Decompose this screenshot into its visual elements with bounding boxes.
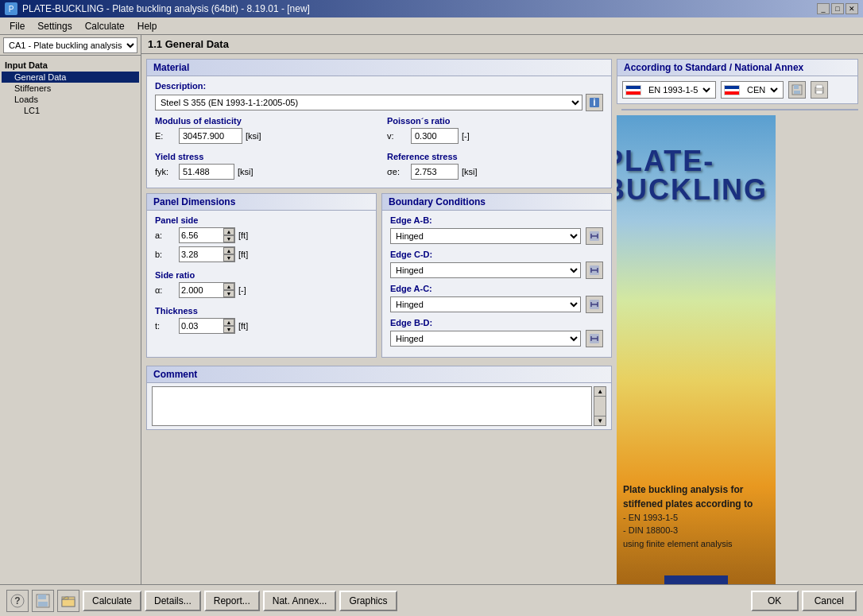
edge-cd-select[interactable]: HingedFixedFree (390, 262, 581, 278)
a-down-btn[interactable]: ▼ (223, 235, 234, 242)
comment-scrollbar[interactable]: ▲ ▼ (594, 386, 606, 426)
svg-rect-23 (816, 91, 822, 94)
annex-select[interactable]: CEN (742, 82, 780, 98)
bottom-right: OK Cancel (751, 591, 857, 611)
diagram-area: A B C D t a (621, 109, 858, 110)
toolbar-btn-1[interactable]: ? (6, 590, 29, 612)
a-label: a: (155, 231, 179, 240)
brand-description: Plate buckling analysis for stiffened pl… (623, 482, 769, 551)
modulus-label: Modulus of elasticity (155, 116, 371, 126)
nat-annex-button[interactable]: Nat. Annex... (263, 591, 337, 611)
bottom-left: ? (6, 590, 79, 612)
b-spinbox-btns: ▲ ▼ (223, 247, 234, 262)
comment-panel-header: Comment (147, 366, 611, 383)
a-spinbox[interactable]: ▲ ▼ (179, 227, 235, 243)
edge-bd-select[interactable]: HingedFixedFree (390, 331, 581, 347)
menu-calculate[interactable]: Calculate (79, 19, 131, 33)
description-icon-button[interactable]: i (586, 94, 603, 111)
svg-rect-48 (38, 595, 46, 599)
tree-item-stiffeners[interactable]: Stiffeners (2, 83, 139, 94)
description-select[interactable]: Steel S 355 (EN 1993-1-1:2005-05) (155, 95, 582, 110)
edge-ab-select[interactable]: HingedFixedFree (390, 228, 581, 244)
edge-ab-button[interactable] (586, 227, 603, 245)
svg-rect-51 (62, 599, 75, 606)
alpha-input[interactable] (180, 283, 223, 297)
yield-label: Yield stress (155, 152, 371, 161)
a-row: a: ▲ ▼ [ft] (155, 227, 368, 243)
comment-panel-body: ▲ ▼ (147, 383, 611, 429)
edge-ac-select[interactable]: HingedFixedFree (390, 296, 581, 312)
tree-item-loads[interactable]: Loads (2, 94, 139, 105)
fyk-input[interactable] (179, 164, 234, 180)
e-input[interactable] (179, 128, 242, 144)
scrollbar-up[interactable]: ▲ (594, 387, 606, 397)
t-input[interactable] (180, 319, 223, 333)
t-spinbox[interactable]: ▲ ▼ (179, 318, 235, 334)
calculate-button[interactable]: Calculate (83, 591, 141, 611)
tree-subitem-lc1[interactable]: LC1 (2, 105, 139, 116)
comment-textarea[interactable] (152, 386, 592, 426)
standard-select[interactable]: EN 1993-1-5 (644, 82, 713, 98)
edge-ac-button[interactable] (586, 296, 603, 313)
poisson-col: Poisson´s ratio v: [-] (387, 116, 603, 147)
v-input[interactable] (411, 128, 459, 144)
t-up-btn[interactable]: ▲ (223, 319, 234, 326)
edge-ac-row: HingedFixedFree (390, 296, 603, 313)
alpha-row: α: ▲ ▼ [-] (155, 282, 368, 298)
fyk-unit: [ksi] (238, 167, 253, 176)
edge-ac-label: Edge A-C: (390, 284, 603, 293)
app-icon: P (5, 2, 17, 15)
alpha-up-btn[interactable]: ▲ (223, 283, 234, 290)
fyk-label: fyk: (155, 167, 179, 176)
b-unit: [ft] (238, 250, 248, 259)
edge-cd-label: Edge C-D: (390, 250, 603, 259)
alpha-spinbox-btns: ▲ ▼ (223, 283, 234, 297)
b-spinbox[interactable]: ▲ ▼ (179, 246, 235, 262)
standard-print-button[interactable] (811, 81, 828, 99)
boundary-panel-header: Boundary Conditions (382, 194, 611, 211)
material-two-col: Modulus of elasticity E: [ksi] Poisson´s… (155, 116, 603, 147)
sigma-input[interactable] (411, 164, 459, 180)
brand-logo (664, 575, 728, 584)
description-label: Description: (155, 81, 206, 91)
alpha-spinbox[interactable]: ▲ ▼ (179, 282, 235, 298)
yield-col: Yield stress fyk: [ksi] (155, 152, 371, 183)
details-button[interactable]: Details... (145, 591, 201, 611)
close-button[interactable]: ✕ (846, 3, 858, 14)
ok-button[interactable]: OK (751, 591, 799, 611)
info-icon: i (589, 97, 600, 108)
material-panel-body: Description: Steel S 355 (EN 1993-1-1:20… (147, 76, 611, 188)
a-input[interactable] (180, 228, 223, 242)
menu-settings[interactable]: Settings (31, 19, 78, 33)
edge-cd-button[interactable] (586, 262, 603, 279)
b-down-btn[interactable]: ▼ (223, 254, 234, 262)
title-bar: P PLATE-BUCKLING - Plate buckling analys… (0, 0, 863, 17)
alpha-down-btn[interactable]: ▼ (223, 290, 234, 297)
menu-file[interactable]: File (3, 19, 31, 33)
sigma-unit: [ksi] (462, 167, 478, 176)
edge-ab-icon (589, 231, 600, 242)
a-up-btn[interactable]: ▲ (223, 228, 234, 235)
scrollbar-down[interactable]: ▼ (594, 416, 606, 425)
toolbar-btn-3[interactable] (57, 590, 79, 612)
standard-panel: According to Standard / National Annex E… (617, 59, 858, 104)
alpha-unit: [-] (238, 285, 246, 295)
menu-help[interactable]: Help (131, 19, 164, 33)
b-up-btn[interactable]: ▲ (223, 247, 234, 254)
edge-bd-button[interactable] (586, 330, 603, 347)
ca-dropdown-select[interactable]: CA1 - Plate buckling analysis (3, 37, 137, 53)
logo-svg (668, 579, 724, 584)
standard-save-button[interactable] (788, 81, 806, 99)
save-disk-icon (36, 594, 50, 608)
minimize-button[interactable]: _ (817, 3, 830, 14)
tree-item-general-data[interactable]: General Data (2, 72, 139, 83)
boundary-panel-body: Edge A-B: HingedFixedFree (382, 211, 611, 357)
cancel-button[interactable]: Cancel (802, 591, 857, 611)
t-down-btn[interactable]: ▼ (223, 326, 234, 333)
graphics-button[interactable]: Graphics (339, 591, 397, 611)
report-button[interactable]: Report... (204, 591, 260, 611)
poisson-label: Poisson´s ratio (387, 116, 603, 126)
maximize-button[interactable]: □ (831, 3, 844, 14)
toolbar-btn-2[interactable] (32, 590, 54, 612)
b-input[interactable] (180, 247, 223, 262)
